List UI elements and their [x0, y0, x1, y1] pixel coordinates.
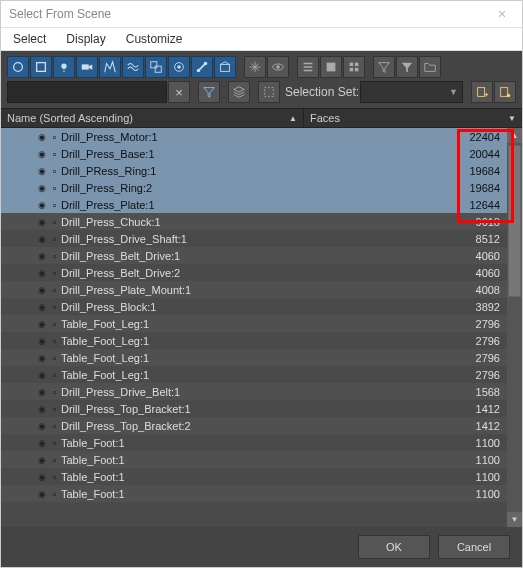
- filter-selected-icon[interactable]: [396, 56, 418, 78]
- table-row[interactable]: Drill_Press_Drive_Belt:11568: [1, 383, 522, 400]
- table-row[interactable]: Drill_Press_Chuck:19618: [1, 213, 522, 230]
- visibility-icon[interactable]: [35, 385, 48, 398]
- ok-button[interactable]: OK: [358, 535, 430, 559]
- display-containers-icon[interactable]: [214, 56, 236, 78]
- freeze-toggle-icon[interactable]: [244, 56, 266, 78]
- visibility-icon[interactable]: [35, 181, 48, 194]
- menu-display[interactable]: Display: [66, 32, 105, 46]
- table-row[interactable]: Drill_Press_Top_Bracket:11412: [1, 400, 522, 417]
- folder-icon[interactable]: [419, 56, 441, 78]
- layers-icon[interactable]: [228, 81, 250, 103]
- close-icon[interactable]: ×: [482, 6, 522, 22]
- display-shapes-icon[interactable]: [30, 56, 52, 78]
- display-spacewarps-icon[interactable]: [122, 56, 144, 78]
- menu-customize[interactable]: Customize: [126, 32, 183, 46]
- search-input[interactable]: [7, 81, 167, 103]
- visibility-icon[interactable]: [35, 232, 48, 245]
- svg-rect-19: [478, 88, 485, 97]
- view-flat-icon[interactable]: [320, 56, 342, 78]
- faces-count: 8512: [286, 233, 522, 245]
- object-type-icon: [48, 419, 61, 432]
- table-row[interactable]: Table_Foot:11100: [1, 451, 522, 468]
- object-type-icon: [48, 368, 61, 381]
- svg-point-9: [204, 62, 208, 66]
- visibility-icon[interactable]: [35, 300, 48, 313]
- object-name: Drill_Press_Ring:2: [61, 182, 286, 194]
- scroll-up-icon[interactable]: ▲: [507, 128, 522, 143]
- table-row[interactable]: Drill_Press_Motor:122404: [1, 128, 522, 145]
- visibility-icon[interactable]: [35, 453, 48, 466]
- view-list-icon[interactable]: [297, 56, 319, 78]
- svg-point-12: [276, 65, 280, 69]
- table-row[interactable]: Drill_Press_Belt_Drive:24060: [1, 264, 522, 281]
- visibility-icon[interactable]: [35, 487, 48, 500]
- table-row[interactable]: Table_Foot:11100: [1, 434, 522, 451]
- visibility-icon[interactable]: [35, 198, 48, 211]
- table-row[interactable]: Drill_Press_Drive_Shaft:18512: [1, 230, 522, 247]
- find-filter-icon[interactable]: [198, 81, 220, 103]
- table-row[interactable]: Table_Foot_Leg:12796: [1, 366, 522, 383]
- filter-icon[interactable]: [373, 56, 395, 78]
- visibility-icon[interactable]: [35, 164, 48, 177]
- visibility-icon[interactable]: [35, 147, 48, 160]
- visibility-icon[interactable]: [35, 283, 48, 296]
- visibility-icon[interactable]: [35, 130, 48, 143]
- table-row[interactable]: Drill_Press_Plate_Mount:14008: [1, 281, 522, 298]
- display-helpers-icon[interactable]: [99, 56, 121, 78]
- table-row[interactable]: Drill_Press_Top_Bracket:21412: [1, 417, 522, 434]
- edit-selection-set-icon[interactable]: [494, 81, 516, 103]
- object-type-icon: [48, 402, 61, 415]
- table-row[interactable]: Drill_PRess_Ring:119684: [1, 162, 522, 179]
- visibility-icon[interactable]: [35, 266, 48, 279]
- scroll-down-icon[interactable]: ▼: [507, 512, 522, 527]
- visibility-icon[interactable]: [35, 351, 48, 364]
- header-faces[interactable]: Faces ▼: [304, 109, 522, 127]
- hide-toggle-icon[interactable]: [267, 56, 289, 78]
- visibility-icon[interactable]: [35, 249, 48, 262]
- svg-rect-18: [265, 88, 274, 97]
- selection-set-dropdown[interactable]: ▼: [360, 81, 463, 103]
- table-row[interactable]: Drill_Press_Base:120044: [1, 145, 522, 162]
- visibility-icon[interactable]: [35, 470, 48, 483]
- create-selection-set-icon[interactable]: [471, 81, 493, 103]
- display-lights-icon[interactable]: [53, 56, 75, 78]
- display-groups-icon[interactable]: [145, 56, 167, 78]
- table-row[interactable]: Table_Foot:11100: [1, 468, 522, 485]
- table-row[interactable]: Drill_Press_Ring:219684: [1, 179, 522, 196]
- display-geometry-icon[interactable]: [7, 56, 29, 78]
- menu-select[interactable]: Select: [13, 32, 46, 46]
- visibility-icon[interactable]: [35, 215, 48, 228]
- object-type-icon: [48, 487, 61, 500]
- object-name: Drill_Press_Drive_Shaft:1: [61, 233, 286, 245]
- visibility-icon[interactable]: [35, 419, 48, 432]
- vertical-scrollbar[interactable]: ▲ ▼: [507, 128, 522, 527]
- view-tree-icon[interactable]: [343, 56, 365, 78]
- table-row[interactable]: Drill_Press_Belt_Drive:14060: [1, 247, 522, 264]
- visibility-icon[interactable]: [35, 402, 48, 415]
- object-name: Table_Foot_Leg:1: [61, 318, 286, 330]
- visibility-icon[interactable]: [35, 368, 48, 381]
- object-name: Table_Foot_Leg:1: [61, 335, 286, 347]
- visibility-icon[interactable]: [35, 436, 48, 449]
- selection-set-icon[interactable]: [258, 81, 280, 103]
- visibility-icon[interactable]: [35, 317, 48, 330]
- faces-count: 4008: [286, 284, 522, 296]
- cancel-button[interactable]: Cancel: [438, 535, 510, 559]
- clear-search-icon[interactable]: ×: [168, 81, 190, 103]
- object-name: Table_Foot:1: [61, 471, 286, 483]
- display-bone-icon[interactable]: [191, 56, 213, 78]
- display-cameras-icon[interactable]: [76, 56, 98, 78]
- table-row[interactable]: Table_Foot_Leg:12796: [1, 315, 522, 332]
- object-type-icon: [48, 385, 61, 398]
- display-xrefs-icon[interactable]: [168, 56, 190, 78]
- visibility-icon[interactable]: [35, 334, 48, 347]
- object-name: Table_Foot_Leg:1: [61, 369, 286, 381]
- table-row[interactable]: Table_Foot:11100: [1, 485, 522, 502]
- table-row[interactable]: Drill_Press_Block:13892: [1, 298, 522, 315]
- table-row[interactable]: Table_Foot_Leg:12796: [1, 349, 522, 366]
- table-row[interactable]: Drill_Press_Plate:112644: [1, 196, 522, 213]
- object-type-icon: [48, 164, 61, 177]
- table-row[interactable]: Table_Foot_Leg:12796: [1, 332, 522, 349]
- header-name[interactable]: Name (Sorted Ascending) ▲: [1, 109, 304, 127]
- scroll-thumb[interactable]: [508, 145, 521, 297]
